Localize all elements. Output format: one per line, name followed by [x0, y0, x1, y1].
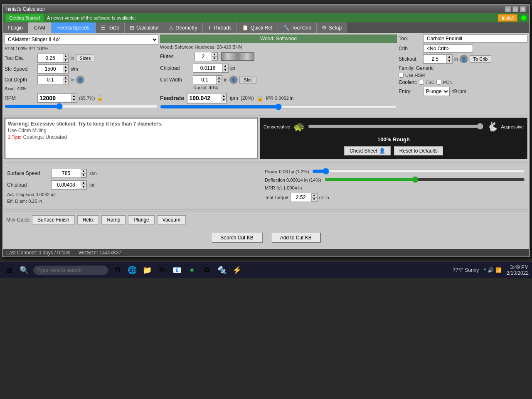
edge-icon[interactable]: 🌐 [126, 264, 138, 276]
chrome-icon[interactable]: ● [186, 264, 198, 276]
sizes-button[interactable]: Sizes [76, 54, 95, 62]
pcn-checkbox[interactable] [436, 80, 441, 85]
reset-defaults-button[interactable]: Reset to Defaults [394, 146, 443, 155]
cutwidth-down[interactable]: ▼ [216, 80, 222, 84]
use-hsm-checkbox[interactable] [399, 73, 404, 78]
cut-depth-input[interactable] [38, 76, 63, 84]
tab-quickref[interactable]: 📋 Quick Ref [237, 22, 278, 33]
flutes-input[interactable] [195, 53, 212, 60]
feedrate-up[interactable]: ▲ [221, 94, 227, 98]
install-button[interactable]: Install [498, 14, 517, 22]
conservative-label: Conservative [264, 124, 290, 129]
torque-down[interactable]: ▼ [311, 197, 317, 202]
weather-display: 77°F Sunny [453, 267, 479, 273]
cut-depth-down[interactable]: ▼ [63, 80, 69, 84]
stickout-down[interactable]: ▼ [446, 59, 452, 63]
chipload-stat-input[interactable] [52, 181, 81, 189]
store-icon[interactable]: 🛍 [156, 264, 168, 276]
sfc-speed-input[interactable] [38, 65, 63, 73]
power-label: Power 0.03 hp (1.2%) [265, 169, 309, 174]
stickout-up[interactable]: ▲ [446, 55, 452, 59]
tool-dia-down[interactable]: ▼ [63, 58, 69, 62]
tab-toolcrib[interactable]: 🔧 Tool Crib [278, 22, 317, 33]
warning-line3: Coatings: Uncoated [23, 134, 66, 140]
feedrate-down[interactable]: ▼ [221, 98, 227, 102]
surface-speed-input[interactable] [52, 170, 81, 177]
flutes-down[interactable]: ▼ [212, 57, 217, 61]
aggression-slider[interactable] [308, 123, 483, 130]
toolcrib-icon: 🔧 [283, 25, 290, 31]
helix-label: Helix [83, 217, 94, 223]
deflection-slider[interactable] [325, 177, 525, 182]
plunge-button[interactable]: Plunge [128, 215, 154, 224]
tsc-checkbox[interactable] [419, 80, 424, 85]
app2-icon[interactable]: ⚡ [231, 264, 243, 276]
flutes-up[interactable]: ▲ [212, 52, 217, 57]
tab-setup[interactable]: ⚙ Setup [317, 22, 347, 33]
search-cut-kb-button[interactable]: Search Cut KB [211, 232, 262, 243]
feedrate-input[interactable] [187, 94, 221, 103]
to-crib-button[interactable]: To Crib [470, 55, 492, 63]
ramp-label: Ramp [107, 217, 120, 223]
explorer-icon[interactable]: 📁 [141, 264, 153, 276]
surface-finish-button[interactable]: Surface Finish [32, 215, 75, 224]
torque-input[interactable] [291, 194, 311, 201]
ramp-button[interactable]: Ramp [101, 215, 126, 224]
tab-todo[interactable]: ☰ ToDo [96, 22, 125, 33]
entry-ipm: 49 ipm [451, 89, 466, 94]
cut-depth-input-group: ▲ ▼ [37, 75, 69, 84]
main-content: CAMaster Stinger II 4x4 SFM 100% IPT 100… [3, 33, 529, 249]
helix-button[interactable]: Helix [77, 215, 99, 224]
todo-icon: ☰ [101, 25, 106, 31]
vacuum-button[interactable]: Vacuum [157, 215, 186, 224]
cutwidth-up[interactable]: ▲ [216, 76, 222, 80]
flutes-row: Flutes ▲ ▼ [160, 52, 397, 61]
rpm-up[interactable]: ▲ [71, 94, 77, 98]
chipload-stat-down[interactable]: ▼ [81, 185, 86, 189]
tab-feeds-speeds[interactable]: Feeds/Speeds [52, 22, 96, 33]
sfc-speed-down[interactable]: ▼ [63, 69, 69, 73]
tab-cam[interactable]: CAM [28, 22, 52, 33]
power-slider[interactable] [312, 169, 525, 173]
windows-icon[interactable]: ⊞ [3, 264, 15, 276]
sfc-speed-up[interactable]: ▲ [63, 65, 69, 69]
tab-threads[interactable]: T Threads [203, 22, 237, 33]
power-slider-container [312, 169, 525, 175]
chipload-down[interactable]: ▼ [222, 68, 228, 72]
taskbar-search-input[interactable] [33, 266, 108, 275]
torque-up[interactable]: ▲ [311, 193, 317, 197]
surface-speed-up[interactable]: ▲ [81, 169, 86, 173]
feedrate-slider-container [160, 104, 397, 111]
cheat-sheet-button[interactable]: Cheat Sheet 👤 [344, 146, 391, 155]
slot-button[interactable]: Slot [239, 76, 256, 84]
close-button[interactable]: ✕ [520, 6, 526, 12]
tab-calculator[interactable]: ⊞ Calculator [125, 22, 164, 33]
rpm-slider[interactable] [5, 103, 158, 109]
rpm-input[interactable] [38, 94, 71, 102]
chipload-input[interactable] [193, 64, 222, 72]
tool-dia-up[interactable]: ▲ [63, 54, 69, 58]
chipload-stat-up[interactable]: ▲ [81, 181, 86, 185]
getting-started-button[interactable]: Getting Started [5, 14, 44, 22]
tool-dia-input[interactable] [38, 54, 63, 62]
entry-dropdown[interactable]: Plunge [423, 87, 450, 96]
cutwidth-input[interactable] [193, 76, 216, 84]
minimize-button[interactable]: ─ [505, 6, 511, 12]
tool-dia-row: Tool Dia. ▲ ▼ in Sizes [5, 54, 158, 63]
tab-login[interactable]: ! Login [3, 22, 28, 33]
stickout-input[interactable] [424, 55, 446, 63]
tab-geometry[interactable]: △ Geometry [164, 22, 203, 33]
feedrate-row: Feedrate ▲ ▼ ipm (20%) 🔒 IPR 0.0082 in [160, 93, 397, 103]
recycle-icon[interactable]: ♻ [201, 264, 213, 276]
add-to-cut-kb-button[interactable]: Add to Cut KB [271, 232, 321, 243]
app1-icon[interactable]: 🔩 [216, 264, 228, 276]
surface-speed-down[interactable]: ▼ [81, 173, 86, 177]
mail-icon[interactable]: 📧 [171, 264, 183, 276]
taskview-icon[interactable]: ⧉ [111, 264, 123, 276]
maximize-button[interactable]: □ [512, 6, 518, 12]
chipload-up[interactable]: ▲ [222, 64, 228, 68]
machine-dropdown[interactable]: CAMaster Stinger II 4x4 [5, 34, 158, 44]
cut-depth-up[interactable]: ▲ [63, 76, 69, 80]
rpm-down[interactable]: ▼ [71, 98, 77, 102]
feedrate-slider[interactable] [160, 104, 397, 109]
